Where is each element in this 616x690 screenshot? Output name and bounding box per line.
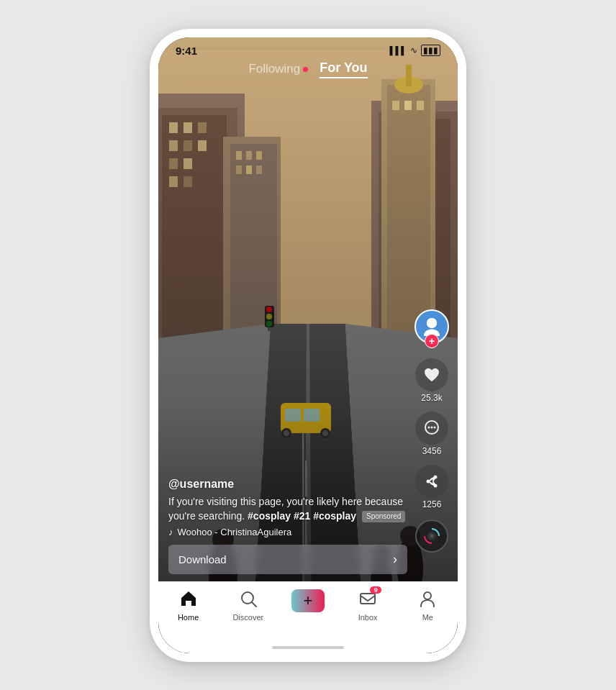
discover-nav-item[interactable]: Discover <box>227 589 270 622</box>
svg-point-73 <box>428 426 430 428</box>
svg-point-78 <box>434 484 438 487</box>
music-disc-icon <box>415 519 448 553</box>
share-count: 1256 <box>422 499 442 509</box>
like-count: 25.3k <box>421 393 442 403</box>
following-tab[interactable]: Following <box>248 62 308 76</box>
phone-screen: 9:41 ▌▌▌ ∿ ▮▮▮ Following For You <box>158 37 458 653</box>
battery-icon: ▮▮▮ <box>421 45 440 56</box>
status-time: 9:41 <box>176 45 197 57</box>
home-icon <box>179 589 198 611</box>
comment-button[interactable]: 3456 <box>415 412 448 456</box>
username: @username <box>168 478 407 491</box>
inbox-icon-wrap: 9 <box>358 589 377 611</box>
share-button[interactable]: 1256 <box>415 465 448 509</box>
svg-line-83 <box>252 602 256 607</box>
discover-icon <box>239 589 258 611</box>
download-label: Download <box>178 553 227 566</box>
right-actions: + 25.3k <box>415 309 449 553</box>
svg-point-85 <box>424 592 431 599</box>
svg-rect-84 <box>361 594 375 604</box>
svg-point-81 <box>430 534 434 537</box>
caption-text: If you're visiting this page, you're lik… <box>168 495 407 523</box>
svg-point-75 <box>434 426 436 428</box>
follow-plus-button[interactable]: + <box>425 334 439 348</box>
status-bar: 9:41 ▌▌▌ ∿ ▮▮▮ <box>158 37 458 60</box>
phone-frame: 9:41 ▌▌▌ ∿ ▮▮▮ Following For You <box>150 29 466 662</box>
like-button[interactable]: 25.3k <box>415 358 448 403</box>
like-icon <box>415 358 448 391</box>
music-row: ♪ Woohoo - ChristinaAguilera <box>168 527 407 537</box>
me-nav-item[interactable]: Me <box>406 589 449 622</box>
me-icon <box>418 589 437 611</box>
inbox-badge: 9 <box>370 586 381 594</box>
following-label: Following <box>248 62 300 76</box>
download-button[interactable]: Download › <box>168 545 407 574</box>
inbox-label: Inbox <box>358 613 378 622</box>
download-arrow-icon: › <box>393 552 397 567</box>
avatar-wrap: + <box>415 309 449 344</box>
add-button[interactable]: + <box>291 589 325 612</box>
discover-label: Discover <box>232 613 263 622</box>
status-icons: ▌▌▌ ∿ ▮▮▮ <box>390 45 440 56</box>
sponsored-badge: Sponsored <box>362 511 405 522</box>
inbox-nav-item[interactable]: 9 Inbox <box>346 589 389 622</box>
foryou-tab[interactable]: For You <box>320 60 367 78</box>
foryou-label: For You <box>320 60 367 75</box>
home-indicator <box>272 646 344 649</box>
svg-point-74 <box>431 426 433 428</box>
wifi-icon: ∿ <box>410 45 417 55</box>
comment-icon <box>415 412 448 445</box>
music-note-icon: ♪ <box>168 527 173 537</box>
music-disc-button[interactable] <box>415 519 448 553</box>
top-nav: Following For You <box>158 60 458 78</box>
share-icon <box>415 465 448 498</box>
home-label: Home <box>178 613 199 622</box>
hashtags: #cosplay #21 #cosplay <box>248 510 356 522</box>
video-info: @username If you're visiting this page, … <box>168 478 407 573</box>
me-label: Me <box>422 613 433 622</box>
svg-point-77 <box>434 475 438 478</box>
home-nav-item[interactable]: Home <box>167 589 210 622</box>
svg-point-76 <box>427 479 430 483</box>
music-name: Woohoo - ChristinaAguilera <box>178 527 292 537</box>
bottom-nav: Home Discover + <box>158 581 458 653</box>
signal-icon: ▌▌▌ <box>390 46 407 55</box>
add-nav-item[interactable]: + <box>286 589 330 612</box>
comment-count: 3456 <box>422 446 442 456</box>
following-dot <box>303 67 308 72</box>
